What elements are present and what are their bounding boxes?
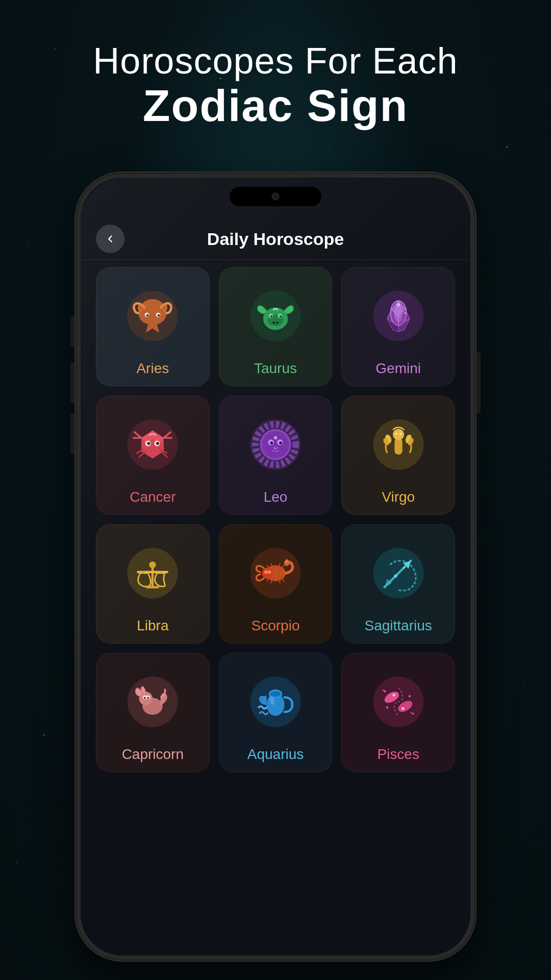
svg-point-38 (270, 442, 273, 445)
svg-point-13 (272, 322, 274, 324)
svg-point-80 (270, 691, 281, 697)
svg-point-3 (146, 314, 148, 316)
taurus-label: Taurus (254, 360, 297, 377)
cancer-label: Cancer (130, 489, 176, 505)
svg-point-39 (279, 442, 282, 445)
scorpio-label: Scorpio (252, 618, 300, 634)
svg-point-24 (404, 312, 406, 314)
sagittarius-icon (360, 535, 437, 611)
svg-point-40 (274, 436, 278, 440)
aquarius-icon (237, 664, 314, 740)
phone-frame: Daily Horoscope Aries (77, 174, 474, 960)
svg-point-75 (147, 697, 149, 699)
pisces-icon (360, 664, 437, 740)
back-button[interactable] (96, 225, 124, 253)
zodiac-card-scorpio[interactable]: Scorpio (219, 524, 333, 644)
leo-icon (237, 406, 314, 483)
svg-point-30 (147, 442, 151, 445)
svg-point-31 (156, 442, 159, 445)
zodiac-card-aquarius[interactable]: Aquarius (219, 653, 333, 772)
gemini-label: Gemini (375, 360, 421, 377)
svg-point-68 (403, 567, 405, 569)
svg-point-87 (402, 707, 405, 710)
capricorn-label: Capricorn (122, 746, 184, 763)
scorpio-icon (237, 535, 314, 611)
svg-point-53 (149, 561, 156, 568)
svg-point-62 (268, 571, 271, 574)
zodiac-card-libra[interactable]: Libra (96, 524, 210, 644)
notch (230, 187, 321, 206)
zodiac-card-capricorn[interactable]: Capricorn (96, 653, 210, 772)
aries-icon (114, 278, 191, 354)
libra-label: Libra (137, 618, 168, 634)
svg-point-74 (144, 697, 145, 699)
zodiac-card-taurus[interactable]: Taurus (219, 267, 333, 386)
nav-separator (81, 259, 470, 260)
taurus-icon (237, 278, 314, 354)
cancer-icon (114, 406, 191, 483)
svg-point-43 (393, 429, 404, 440)
virgo-icon (360, 406, 437, 483)
nav-bar: Daily Horoscope (81, 218, 470, 259)
leo-label: Leo (264, 489, 288, 505)
svg-point-67 (394, 574, 397, 578)
svg-point-35 (262, 431, 289, 458)
pisces-label: Pisces (377, 746, 419, 763)
svg-point-88 (386, 706, 388, 708)
svg-point-89 (408, 695, 410, 697)
svg-point-10 (270, 315, 272, 317)
svg-point-49 (399, 433, 402, 435)
gemini-icon (360, 278, 437, 354)
svg-point-61 (264, 571, 268, 574)
zodiac-card-virgo[interactable]: Virgo (341, 396, 455, 515)
power-button (477, 352, 481, 413)
zodiac-card-gemini[interactable]: Gemini (341, 267, 455, 386)
phone-screen: Daily Horoscope Aries (81, 178, 470, 955)
svg-point-23 (396, 303, 400, 307)
zodiac-card-aries[interactable]: Aries (96, 267, 210, 386)
front-camera (271, 192, 280, 201)
nav-title: Daily Horoscope (124, 229, 427, 249)
svg-point-48 (395, 433, 397, 435)
svg-rect-54 (146, 586, 159, 588)
capricorn-icon (114, 664, 191, 740)
header-line2: Zodiac Sign (0, 81, 551, 131)
libra-icon (114, 535, 191, 611)
sagittarius-label: Sagittarius (365, 618, 432, 634)
svg-point-86 (392, 694, 395, 697)
svg-point-60 (262, 568, 273, 579)
svg-point-14 (276, 322, 278, 324)
svg-rect-42 (394, 438, 402, 455)
volume-up-button (70, 362, 74, 403)
phone-container: Daily Horoscope Aries (77, 174, 474, 960)
zodiac-card-pisces[interactable]: Pisces (341, 653, 455, 772)
svg-point-11 (280, 315, 282, 317)
volume-silent-button (70, 316, 74, 347)
svg-point-12 (271, 320, 280, 326)
zodiac-card-sagittarius[interactable]: Sagittarius (341, 524, 455, 644)
virgo-label: Virgo (382, 489, 415, 505)
svg-point-4 (158, 314, 160, 316)
aquarius-label: Aquarius (247, 746, 304, 763)
volume-down-button (70, 413, 74, 454)
zodiac-card-cancer[interactable]: Cancer (96, 396, 210, 515)
zodiac-card-leo[interactable]: Leo (219, 396, 333, 515)
zodiac-grid: Aries Taurus Gemini (91, 267, 460, 772)
header-section: Horoscopes For Each Zodiac Sign (0, 41, 551, 131)
aries-label: Aries (136, 360, 169, 377)
header-line1: Horoscopes For Each (0, 41, 551, 81)
